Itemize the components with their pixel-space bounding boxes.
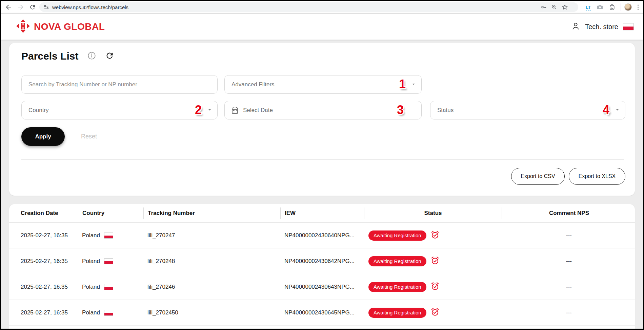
languagetool-extension-icon[interactable]: LT [586, 4, 591, 9]
info-icon[interactable] [87, 51, 96, 62]
column-header-status: Status [364, 207, 502, 219]
status-cell: Awaiting Registration [364, 282, 502, 292]
search-input[interactable] [22, 75, 217, 93]
profile-avatar[interactable] [624, 3, 632, 11]
export-xlsx-button[interactable]: Export to XLSX [569, 168, 625, 185]
status-label: Status [430, 107, 454, 114]
status-cell: Awaiting Registration [364, 230, 502, 241]
table-header-row: Creation Date Country Tracking Number IE… [9, 204, 635, 223]
site-info-icon[interactable] [43, 4, 49, 10]
calendar-icon [231, 106, 239, 114]
account-label: Tech. store [585, 23, 618, 30]
table-row[interactable]: 2025-02-27, 16:35 Poland lili_2702450 NP… [9, 300, 635, 326]
site-header: NOVA GLOBAL Tech. store [1, 14, 643, 40]
column-header-comment-nps: Comment NPS [502, 207, 635, 219]
alarm-check-icon[interactable] [430, 282, 440, 292]
table-row[interactable]: 2025-02-27, 16:35 Poland lili_270248 NP4… [9, 248, 635, 274]
browser-menu-icon[interactable] [636, 4, 641, 10]
select-date-label: Select Date [243, 107, 273, 114]
alarm-check-icon[interactable] [430, 256, 440, 267]
camera-extension-icon[interactable] [597, 4, 603, 10]
alarm-check-icon[interactable] [430, 307, 440, 318]
search-field[interactable] [21, 75, 218, 94]
poland-flag [104, 233, 113, 239]
status-select[interactable]: Status 4 [430, 101, 625, 119]
chevron-down-icon [615, 107, 620, 113]
country-name: Poland [82, 284, 100, 290]
browser-toolbar: webview.nps.42flows.tech/parcels LT [1, 1, 643, 14]
page-content: Parcels List Advanced Filters 1 [1, 40, 643, 330]
zoom-icon[interactable] [551, 4, 557, 10]
creation-date-cell: 2025-02-27, 16:35 [9, 258, 78, 265]
status-badge: Awaiting Registration [368, 308, 426, 318]
page-title: Parcels List [21, 50, 78, 62]
creation-date-cell: 2025-02-27, 16:35 [9, 232, 78, 239]
country-cell: Poland [78, 309, 143, 316]
advanced-filters-select[interactable]: Advanced Filters 1 [224, 75, 422, 94]
country-name: Poland [82, 258, 100, 265]
password-key-icon[interactable] [541, 4, 547, 10]
status-cell: Awaiting Registration [364, 307, 502, 318]
annotation-2: 2 [195, 104, 202, 116]
country-name: Poland [82, 309, 100, 316]
column-header-iew: IEW [280, 207, 364, 219]
url-text[interactable]: webview.nps.42flows.tech/parcels [52, 4, 128, 10]
tracking-number-cell: lili_270247 [143, 232, 280, 239]
comment-nps-cell: --- [502, 232, 635, 239]
forward-icon[interactable] [17, 3, 24, 11]
column-header-country: Country [78, 207, 143, 219]
country-cell: Poland [78, 284, 143, 290]
creation-date-cell: 2025-02-27, 16:35 [9, 309, 78, 316]
section-divider [21, 159, 624, 160]
country-cell: Poland [78, 258, 143, 265]
bookmark-star-icon[interactable] [562, 4, 568, 10]
iew-cell: NP40000002430640NPG... [280, 232, 364, 239]
browser-window: webview.nps.42flows.tech/parcels LT [0, 0, 644, 330]
tracking-number-cell: lili_2702450 [143, 309, 280, 316]
date-picker-field[interactable]: Select Date 3 [224, 101, 422, 119]
iew-cell: NP40000002430642NPG... [280, 258, 364, 265]
annotation-1: 1 [399, 78, 406, 90]
user-icon [571, 21, 580, 32]
country-label: Country [22, 107, 49, 114]
address-bar[interactable]: webview.nps.42flows.tech/parcels [39, 2, 578, 12]
account-area[interactable]: Tech. store [571, 21, 634, 32]
parcels-table: Creation Date Country Tracking Number IE… [9, 204, 635, 330]
poland-flag [104, 284, 113, 290]
iew-cell: NP40000002430643NPG... [280, 284, 364, 290]
country-cell: Poland [78, 232, 143, 239]
table-row[interactable]: 2025-02-27, 16:35 Poland lili_270247 NP4… [9, 223, 635, 248]
annotation-4: 4 [603, 104, 609, 116]
tracking-number-cell: lili_270246 [143, 284, 280, 290]
status-badge: Awaiting Registration [368, 256, 426, 266]
poland-flag [104, 310, 113, 316]
export-csv-button[interactable]: Export to CSV [511, 168, 565, 185]
country-select[interactable]: Country 2 [21, 101, 218, 119]
refresh-icon[interactable] [105, 51, 114, 62]
apply-button[interactable]: Apply [21, 127, 65, 146]
comment-nps-cell: --- [502, 309, 635, 316]
column-header-creation-date: Creation Date [9, 207, 78, 219]
table-row[interactable]: 2025-02-27, 16:35 Poland lili_270246 NP4… [9, 274, 635, 300]
nova-global-logo[interactable]: NOVA GLOBAL [16, 19, 105, 34]
iew-cell: NP40000002430645NPG... [280, 309, 364, 316]
comment-nps-cell: --- [502, 258, 635, 265]
logo-text: NOVA GLOBAL [34, 21, 105, 32]
comment-nps-cell: --- [502, 284, 635, 290]
poland-flag [104, 258, 113, 264]
extensions-puzzle-icon[interactable] [609, 4, 616, 10]
reload-icon[interactable] [29, 4, 36, 10]
toolbar-divider [621, 3, 621, 11]
advanced-filters-label: Advanced Filters [225, 81, 275, 88]
status-badge: Awaiting Registration [368, 230, 426, 241]
reset-button[interactable]: Reset [81, 127, 97, 146]
annotation-3: 3 [397, 104, 404, 116]
poland-flag[interactable] [623, 23, 634, 30]
column-header-tracking-number: Tracking Number [143, 207, 280, 219]
back-icon[interactable] [5, 3, 12, 11]
chevron-down-icon [207, 107, 212, 113]
alarm-check-icon[interactable] [430, 230, 440, 241]
nova-global-logo-icon [16, 19, 30, 34]
creation-date-cell: 2025-02-27, 16:35 [9, 284, 78, 290]
tracking-number-cell: lili_270248 [143, 258, 280, 265]
